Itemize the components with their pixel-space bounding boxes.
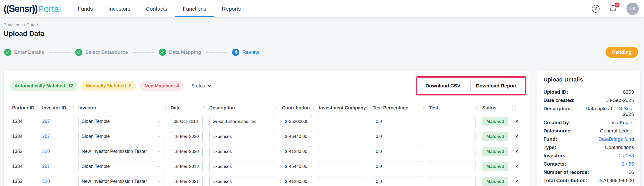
investor-cell: Sloan Temple bbox=[76, 161, 168, 172]
non-matched-badge: Non Matched: 4 bbox=[140, 81, 183, 91]
sort-icon[interactable] bbox=[35, 105, 39, 111]
sort-icon[interactable] bbox=[71, 105, 75, 111]
column-header-actions bbox=[516, 102, 525, 114]
date-input[interactable] bbox=[171, 146, 203, 157]
breadcrumb[interactable]: Functions / Data / bbox=[4, 23, 640, 28]
investor-select[interactable]: Sloan Temple bbox=[78, 131, 164, 142]
step-data-mapping[interactable]: Data Mapping bbox=[159, 49, 201, 56]
test-percentage-input[interactable] bbox=[373, 146, 422, 157]
investment-company-input[interactable] bbox=[319, 161, 366, 172]
date-input[interactable] bbox=[171, 176, 203, 186]
remove-row-button[interactable]: ✕ bbox=[516, 134, 519, 139]
remove-row-button[interactable]: ✕ bbox=[516, 149, 519, 154]
detail-value[interactable]: DataBridge fund bbox=[599, 136, 634, 142]
sort-icon[interactable] bbox=[275, 105, 278, 111]
nav-item-investors[interactable]: Investors bbox=[101, 0, 138, 17]
nav-item-functions[interactable]: Functions bbox=[175, 0, 214, 17]
description-input[interactable] bbox=[209, 161, 275, 172]
investment-company-input[interactable] bbox=[319, 146, 366, 157]
remove-row-button[interactable]: ✕ bbox=[516, 179, 519, 184]
sort-icon[interactable] bbox=[366, 105, 369, 111]
investor-id-link[interactable]: 320 bbox=[42, 149, 50, 154]
table-row: 1352320New Investor Permission TesterMat… bbox=[10, 174, 523, 186]
date-cell bbox=[168, 131, 207, 142]
column-header-test_percentage[interactable]: Test Percentage bbox=[371, 102, 427, 114]
notifications-button[interactable]: 2 bbox=[609, 5, 617, 13]
column-header-partner_id[interactable]: Partner ID bbox=[10, 102, 40, 114]
description-input[interactable] bbox=[209, 146, 275, 157]
column-header-date[interactable]: Date bbox=[168, 102, 207, 114]
page-header: Functions / Data / Upload Data bbox=[0, 17, 644, 38]
contribution-input[interactable] bbox=[282, 176, 312, 186]
detail-value[interactable]: 2 / 85 bbox=[622, 161, 634, 167]
status-filter-dropdown[interactable]: Status bbox=[191, 83, 212, 89]
description-input[interactable] bbox=[209, 131, 275, 142]
partner-id-cell: 1352 bbox=[10, 149, 40, 154]
sort-icon[interactable] bbox=[164, 105, 167, 111]
detail-value[interactable]: 2 / 158 bbox=[619, 153, 634, 159]
investment-company-input[interactable] bbox=[319, 116, 366, 127]
column-header-investment_company[interactable]: Investment Company bbox=[317, 102, 371, 114]
column-header-investor[interactable]: Investor bbox=[76, 102, 168, 114]
upload-data-page: ((Sensr)) Portal Funds Investors Contact… bbox=[0, 0, 644, 186]
sort-icon[interactable] bbox=[312, 105, 315, 111]
investor-id-link[interactable]: 287 bbox=[42, 164, 50, 169]
investor-select[interactable]: New Investor Permission Tester bbox=[78, 146, 164, 157]
test-input[interactable] bbox=[429, 116, 476, 127]
column-header-contribution[interactable]: Contribution bbox=[280, 102, 317, 114]
investor-select[interactable]: Sloan Temple bbox=[78, 116, 164, 127]
contribution-input[interactable] bbox=[282, 146, 312, 157]
investor-id-link[interactable]: 320 bbox=[42, 179, 50, 184]
nav-item-contacts[interactable]: Contacts bbox=[138, 0, 175, 17]
download-csv-button[interactable]: Download CSV bbox=[420, 80, 466, 92]
investor-select[interactable]: Sloan Temple bbox=[78, 161, 164, 172]
sort-icon[interactable] bbox=[202, 105, 206, 111]
description-input[interactable] bbox=[209, 116, 275, 127]
investor-id-link[interactable]: 287 bbox=[42, 119, 50, 124]
contribution-input[interactable] bbox=[282, 116, 312, 127]
contribution-input[interactable] bbox=[282, 131, 312, 142]
date-input[interactable] bbox=[171, 161, 203, 172]
remove-row-button[interactable]: ✕ bbox=[516, 119, 519, 124]
test-input[interactable] bbox=[429, 161, 476, 172]
investor-select[interactable]: New Investor Permission Tester bbox=[78, 176, 164, 186]
sort-icon[interactable] bbox=[475, 105, 479, 111]
step-review[interactable]: 4 Review bbox=[232, 49, 259, 56]
remove-row-button[interactable]: ✕ bbox=[516, 164, 519, 169]
detail-value: Data upload - 18-Sep-2025 bbox=[575, 106, 634, 117]
download-report-button[interactable]: Download Report bbox=[470, 80, 522, 92]
test-percentage-input[interactable] bbox=[373, 116, 422, 127]
investment-company-input[interactable] bbox=[319, 131, 366, 142]
date-input[interactable] bbox=[171, 116, 203, 127]
test-percentage-input[interactable] bbox=[373, 131, 422, 142]
step-label: Review bbox=[242, 49, 259, 55]
detail-row: Type:Contributions bbox=[543, 145, 634, 150]
nav-item-reports[interactable]: Reports bbox=[214, 0, 249, 17]
date-input[interactable] bbox=[171, 131, 203, 142]
contribution-input[interactable] bbox=[282, 161, 312, 172]
status-cell: Matched bbox=[480, 132, 516, 141]
test-percentage-input[interactable] bbox=[373, 161, 422, 172]
step-select-datasource[interactable]: Select Datasource bbox=[75, 49, 128, 56]
user-avatar[interactable]: LK bbox=[626, 3, 639, 15]
column-header-investor_id[interactable]: Investor ID bbox=[40, 102, 76, 114]
status-cell: Matched bbox=[480, 117, 516, 126]
column-header-status[interactable]: Status bbox=[480, 102, 516, 114]
sort-icon[interactable] bbox=[511, 105, 514, 111]
help-icon[interactable]: ? bbox=[592, 5, 600, 13]
test-input[interactable] bbox=[429, 146, 476, 157]
nav-item-funds[interactable]: Funds bbox=[70, 0, 101, 17]
description-input[interactable] bbox=[209, 176, 275, 186]
test-input[interactable] bbox=[429, 176, 476, 186]
column-header-test[interactable]: Test bbox=[427, 102, 480, 114]
status-badge: Matched bbox=[482, 177, 508, 186]
column-header-description[interactable]: Description bbox=[207, 102, 280, 114]
test-input[interactable] bbox=[429, 131, 476, 142]
investment-company-input[interactable] bbox=[319, 176, 366, 186]
investor-id-link[interactable]: 287 bbox=[42, 134, 50, 139]
step-enter-details[interactable]: Enter Details bbox=[4, 49, 44, 56]
test-percentage-input[interactable] bbox=[373, 176, 422, 186]
sort-icon[interactable] bbox=[422, 105, 425, 111]
app-logo[interactable]: ((Sensr)) Portal bbox=[4, 3, 61, 14]
stepper: Enter Details Select Datasource Data Map… bbox=[0, 46, 644, 58]
